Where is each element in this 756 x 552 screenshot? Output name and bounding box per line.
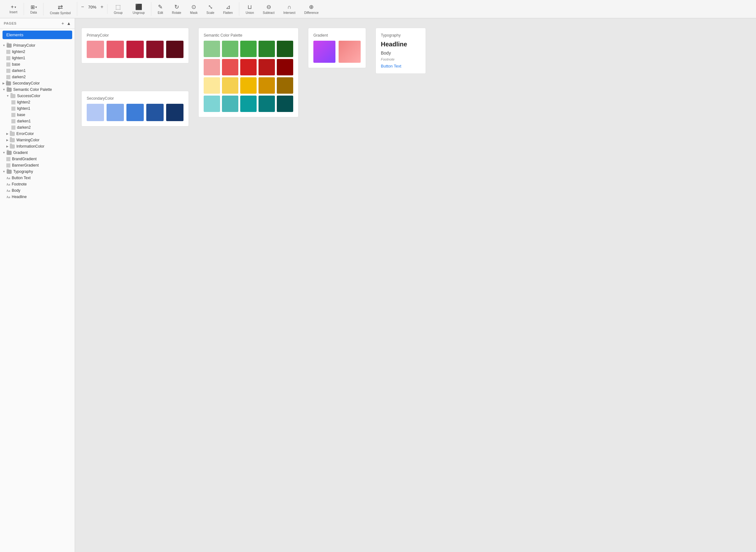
subtract-button[interactable]: ⊖ Subtract (260, 2, 277, 16)
layer-label: InformationColor (16, 144, 44, 149)
layer-label: SecondaryColor (13, 81, 40, 86)
layer-label: Footnote (12, 182, 26, 186)
typo-icon: Aa (6, 195, 10, 199)
group-icon: ⬚ (116, 3, 121, 10)
intersect-button[interactable]: ∩ Intersect (281, 3, 298, 16)
flatten-icon: ⊿ (226, 3, 230, 10)
collapse-pages-button[interactable]: ▲ (66, 21, 71, 26)
folder-icon (6, 82, 11, 86)
color-swatch (6, 157, 10, 161)
layer-label: Typography (13, 169, 33, 174)
sidebar-item-brand-gradient[interactable]: BrandGradient (0, 156, 75, 162)
sidebar-item-sc-lighten1[interactable]: lighten1 (0, 105, 75, 112)
secondary-color-row (87, 104, 183, 121)
layer-label: darken1 (12, 68, 25, 73)
sidebar-item-sc-darken1[interactable]: darken1 (0, 118, 75, 124)
sidebar-item-sc-lighten2[interactable]: lighten2 (0, 99, 75, 105)
sidebar-item-pc-darken2[interactable]: darken2 (0, 74, 75, 80)
rotate-button[interactable]: ↻ Rotate (169, 2, 183, 16)
elements-tab[interactable]: Elements (3, 31, 72, 39)
sec-swatch-4 (166, 104, 183, 121)
rotate-label: Rotate (172, 11, 181, 14)
color-swatch (11, 119, 15, 123)
sidebar-item-error-color[interactable]: ▶ ErrorColor (0, 131, 75, 137)
sidebar-item-typography[interactable]: ▼ Typography (0, 168, 75, 175)
folder-icon (10, 138, 15, 142)
create-symbol-button[interactable]: ⇄ Create Symbol (47, 2, 73, 16)
layer-label: Headline (12, 194, 26, 199)
layer-label: BannerGradient (12, 163, 39, 167)
ungroup-button[interactable]: ⬛ Ungroup (130, 2, 147, 16)
sidebar-item-pc-lighten2[interactable]: lighten2 (0, 48, 75, 55)
sec-swatch-2 (127, 104, 144, 121)
sidebar-item-body[interactable]: Aa Body (0, 187, 75, 194)
primary-color-row (87, 41, 183, 58)
sidebar-item-pc-lighten1[interactable]: lighten1 (0, 55, 75, 61)
scale-button[interactable]: ⤡ Scale (204, 2, 217, 16)
primary-color-title: PrimaryColor (87, 33, 183, 37)
sidebar-item-banner-gradient[interactable]: BannerGradient (0, 162, 75, 168)
sidebar-item-gradient[interactable]: ▼ Gradient (0, 149, 75, 156)
group-ungroup-section: ⬚ Group ⬛ Ungroup (108, 2, 151, 16)
color-swatch-0 (87, 41, 104, 58)
group-button[interactable]: ⬚ Group (111, 2, 125, 16)
sidebar-item-pc-darken1[interactable]: darken1 (0, 67, 75, 74)
pages-header: PAGES + ▲ (0, 18, 75, 29)
sidebar-item-button-text[interactable]: Aa Button Text (0, 175, 75, 181)
main-toolbar: + ▾ Insert ⊞ ▾ Data ⇄ Create Symbol − 70… (0, 0, 756, 18)
add-page-button[interactable]: + (61, 21, 64, 26)
layer-label: darken2 (12, 75, 25, 79)
sem-swatch (277, 77, 293, 94)
color-swatch-2 (127, 41, 144, 58)
sidebar-item-semantic-palette[interactable]: ▼ Semantic Color Palette (0, 87, 75, 93)
sidebar-item-warning-color[interactable]: ▶ WarningColor (0, 137, 75, 143)
secondary-color-title: SecondaryColor (87, 96, 183, 101)
mask-icon: ⊙ (191, 3, 196, 10)
sidebar-item-footnote[interactable]: Aa Footnote (0, 181, 75, 187)
typography-card: Typography Headline Body Footnote Button… (375, 28, 426, 74)
sem-swatch (222, 96, 238, 112)
pages-controls: + ▲ (61, 21, 71, 26)
sidebar-item-headline[interactable]: Aa Headline (0, 194, 75, 200)
secondary-color-card: SecondaryColor (81, 91, 189, 127)
brand-gradient-swatch (313, 41, 336, 63)
zoom-minus-button[interactable]: − (80, 4, 85, 10)
plus-icon: + (11, 4, 14, 10)
pages-label: PAGES (4, 21, 16, 25)
sem-swatch (240, 41, 257, 57)
color-swatch (6, 50, 10, 54)
zoom-value: 70% (87, 5, 98, 9)
intersect-icon: ∩ (287, 4, 291, 10)
insert-button[interactable]: + ▾ Insert (7, 3, 20, 15)
flatten-button[interactable]: ⊿ Flatten (221, 2, 235, 16)
scale-icon: ⤡ (208, 3, 213, 10)
layer-label: PrimaryColor (13, 43, 35, 48)
sidebar-item-sc-darken2[interactable]: darken2 (0, 124, 75, 131)
sec-swatch-1 (107, 104, 124, 121)
flatten-label: Flatten (223, 11, 233, 14)
chevron-icon: ▶ (6, 132, 8, 135)
data-button[interactable]: ⊞ ▾ Data (28, 3, 39, 15)
sem-swatch (204, 59, 220, 76)
mask-button[interactable]: ⊙ Mask (188, 2, 200, 16)
insert-group: + ▾ Insert (3, 3, 24, 15)
chevron-icon: ▼ (3, 170, 5, 173)
difference-button[interactable]: ⊕ Difference (302, 2, 321, 16)
sidebar-item-information-color[interactable]: ▶ InformationColor (0, 143, 75, 149)
sidebar-item-secondary-color[interactable]: ▶ SecondaryColor (0, 80, 75, 87)
color-swatch (6, 163, 10, 167)
sem-swatch (277, 41, 293, 57)
sidebar-item-primary-color[interactable]: ▼ PrimaryColor (0, 42, 75, 48)
data-group: ⊞ ▾ Data (24, 3, 43, 15)
zoom-plus-button[interactable]: + (99, 4, 105, 10)
layer-label: SuccessColor (17, 94, 40, 98)
union-button[interactable]: ⊔ Union (243, 2, 256, 16)
color-swatch (6, 62, 10, 66)
create-symbol-label: Create Symbol (50, 11, 70, 15)
sidebar-item-sc-base[interactable]: base (0, 112, 75, 118)
layers-icon: ⊞ (31, 4, 35, 10)
color-swatch-4 (166, 41, 183, 58)
sidebar-item-success-color[interactable]: ▼ SuccessColor (0, 93, 75, 99)
edit-button[interactable]: ✎ Edit (155, 2, 166, 16)
sidebar-item-pc-base[interactable]: base (0, 61, 75, 67)
